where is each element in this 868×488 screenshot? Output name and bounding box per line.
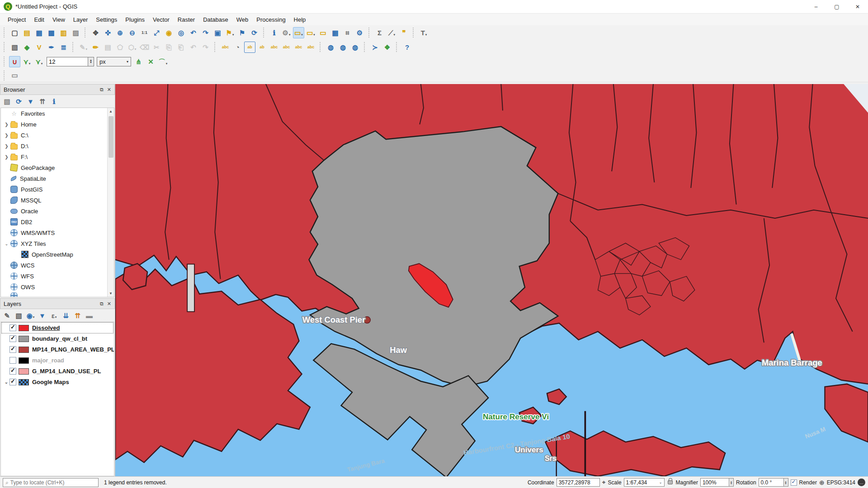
snapping-on-intersection-button[interactable]: ✕ — [145, 56, 156, 67]
browser-item-spatialite[interactable]: SpatiaLite — [1, 173, 114, 184]
layer-visibility-checkbox[interactable] — [9, 357, 16, 364]
text-annotation-button[interactable]: T▾ — [418, 27, 429, 38]
topological-editing-button[interactable]: ⋔ — [133, 56, 144, 67]
open-layer-styling-button[interactable]: ✎ — [2, 310, 12, 321]
paste-features-button[interactable]: ⎗ — [175, 42, 187, 53]
modify-annotations-button[interactable]: ▭ — [9, 70, 20, 81]
zoom-last-button[interactable]: ↶ — [188, 27, 199, 38]
expander-icon[interactable]: ⌄ — [3, 380, 9, 385]
highlight-pinned-labels-button[interactable]: ab — [256, 42, 268, 53]
spinner-arrows-icon[interactable]: ▲▼ — [88, 57, 94, 66]
panel-float-icon[interactable]: ⧉ — [100, 301, 104, 307]
filter-legend-button[interactable]: ▼ — [37, 310, 47, 321]
save-project-button[interactable]: ▦ — [33, 27, 45, 38]
browser-item-c[interactable]: ❯C:\ — [1, 130, 114, 141]
expander-icon[interactable]: ❯ — [3, 144, 10, 149]
layer-visibility-checkbox[interactable] — [9, 346, 16, 353]
identify-features-button[interactable]: ℹ — [269, 27, 280, 38]
browser-filter-button[interactable]: ▼ — [25, 96, 36, 107]
layer-row-boundary-qw-cl-bt[interactable]: boundary_qw_cl_bt — [2, 333, 113, 344]
expander-icon[interactable]: ❯ — [3, 133, 10, 138]
measure-line-button[interactable]: ⟋▾ — [386, 27, 397, 38]
manage-map-themes-button[interactable]: ◉▾ — [25, 310, 36, 321]
add-group-button[interactable]: ▧ — [14, 310, 24, 321]
copy-features-button[interactable]: ⎘ — [163, 42, 175, 53]
layer-row-dissolved[interactable]: Dissolved — [2, 323, 113, 333]
scale-select[interactable]: 1:67,434 ⌄ — [624, 478, 665, 487]
menu-vector[interactable]: Vector — [149, 15, 174, 24]
browser-item-wfs[interactable]: WFS — [1, 271, 114, 282]
new-project-button[interactable]: ▢ — [9, 27, 20, 38]
new-spatialite-layer-button[interactable]: ✒ — [46, 42, 57, 53]
layer-visibility-checkbox[interactable] — [9, 379, 16, 385]
change-label-button[interactable]: abc — [305, 42, 316, 53]
locator-box[interactable]: ⌕ — [3, 478, 99, 487]
browser-item-openstreetmap[interactable]: OpenStreetMap — [1, 249, 114, 260]
snapping-mode-button[interactable]: ⋎▾ — [21, 56, 33, 67]
browser-item-xyz-tiles[interactable]: ⌄XYZ Tiles — [1, 238, 114, 249]
expander-icon[interactable]: ❯ — [3, 122, 10, 127]
save-project-as-button[interactable]: ▩ — [46, 27, 57, 38]
new-map-view-button[interactable]: ▣ — [212, 27, 223, 38]
lock-icon[interactable] — [668, 480, 673, 484]
enable-tracing-button[interactable]: ⌒▾ — [157, 56, 169, 67]
menu-processing[interactable]: Processing — [252, 15, 289, 24]
spinner-arrows-icon[interactable]: ▲▼ — [784, 478, 788, 487]
scroll-up-icon[interactable]: ▲ — [108, 108, 114, 115]
layer-diagram-options-button[interactable]: ◔ — [232, 42, 243, 53]
new-print-layout-button[interactable]: ▥ — [58, 27, 69, 38]
menu-edit[interactable]: Edit — [30, 15, 48, 24]
zoom-out-button[interactable]: ⊖ — [127, 27, 138, 38]
layer-row-google-maps[interactable]: ⌄Google Maps — [2, 377, 113, 387]
zoom-next-button[interactable]: ↷ — [200, 27, 211, 38]
scroll-down-icon[interactable]: ▼ — [108, 290, 114, 297]
messages-icon[interactable]: … — [858, 479, 865, 486]
browser-item-mssql[interactable]: MSSQL — [1, 195, 114, 206]
epsg-label[interactable]: EPSG:3414 — [827, 479, 855, 486]
browser-properties-button[interactable]: ℹ — [49, 96, 59, 107]
remove-layer-button[interactable]: ▬ — [84, 310, 94, 321]
undo-button[interactable]: ↶ — [188, 42, 199, 53]
menu-project[interactable]: Project — [4, 15, 30, 24]
expand-all-button[interactable]: ⇊ — [61, 310, 71, 321]
show-hidden-labels-button[interactable]: abc — [269, 42, 280, 53]
browser-item-ows[interactable]: OWS — [1, 282, 114, 292]
browser-scrollbar[interactable]: ▲ ▼ — [107, 108, 114, 297]
vertex-tool-button[interactable]: ⬡▾ — [127, 42, 138, 53]
metasearch-button[interactable]: ◍ — [349, 42, 361, 53]
metasearch-add-layer-button[interactable]: ◍ — [325, 42, 336, 53]
open-attribute-table-button[interactable]: ▦ — [330, 27, 341, 38]
snapping-tolerance-spinner[interactable]: ▲▼ — [47, 57, 94, 66]
pan-map-button[interactable]: ✥ — [90, 27, 101, 38]
panel-float-icon[interactable]: ⧉ — [100, 87, 104, 93]
render-checkbox[interactable] — [791, 479, 797, 486]
layer-visibility-checkbox[interactable] — [9, 335, 16, 342]
scrollbar-thumb[interactable] — [108, 116, 113, 158]
browser-item-wcs[interactable]: WCS — [1, 260, 114, 271]
crs-globe-icon[interactable]: ⊕ — [819, 479, 825, 486]
zoom-in-button[interactable]: ⊕ — [114, 27, 126, 38]
open-data-source-manager-button[interactable]: ▧ — [9, 42, 20, 53]
menu-raster[interactable]: Raster — [174, 15, 199, 24]
show-layout-manager-button[interactable]: ▨ — [70, 27, 81, 38]
menu-view[interactable]: View — [48, 15, 69, 24]
browser-item-home[interactable]: ❯Home — [1, 119, 114, 130]
rotate-label-button[interactable]: abc — [293, 42, 304, 53]
menu-plugins[interactable]: Plugins — [121, 15, 149, 24]
menu-layer[interactable]: Layer — [69, 15, 92, 24]
statistical-summary-button[interactable]: Σ — [374, 27, 385, 38]
enable-snapping-button[interactable]: ∪ — [9, 56, 20, 67]
browser-item-f[interactable]: ❯F:\ — [1, 151, 114, 162]
layer-row-major-road[interactable]: major_road — [2, 355, 113, 366]
zoom-native-button[interactable]: 1:1 — [139, 27, 150, 38]
maximize-button[interactable]: ▢ — [826, 0, 847, 14]
add-polygon-feature-button[interactable]: ⬠ — [114, 42, 126, 53]
magnifier-spinner[interactable]: 100% ▲▼ — [700, 478, 734, 487]
layer-row-mp14-plng-area-web-pl[interactable]: MP14_PLNG_AREA_WEB_PL — [2, 344, 113, 355]
new-virtual-layer-button[interactable]: ≣ — [58, 42, 69, 53]
browser-item-geopackage[interactable]: GeoPackage — [1, 162, 114, 173]
browser-item-postgis[interactable]: PostGIS — [1, 184, 114, 195]
cut-features-button[interactable]: ✂ — [151, 42, 162, 53]
close-button[interactable]: ✕ — [847, 0, 868, 14]
browser-item[interactable] — [1, 292, 114, 297]
